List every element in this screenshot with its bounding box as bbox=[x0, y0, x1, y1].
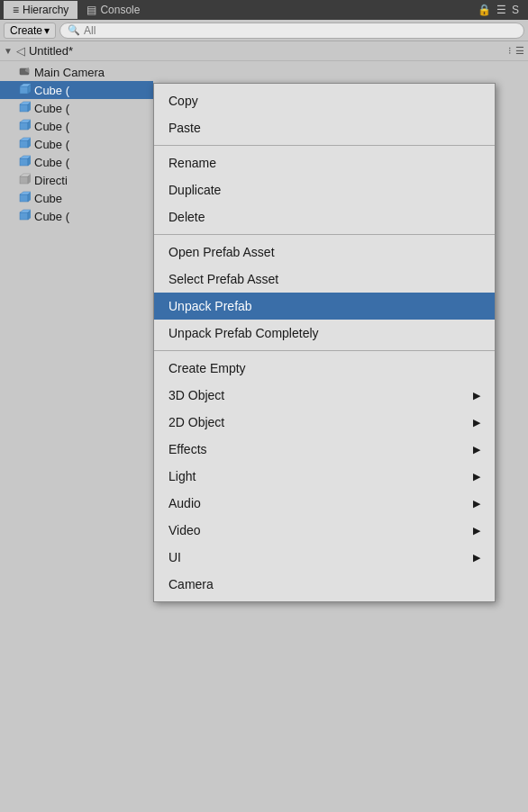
hierarchy-item-cube-6[interactable]: Cube bbox=[0, 189, 153, 207]
camera-icon bbox=[18, 65, 31, 80]
audio-label: Audio bbox=[168, 496, 201, 510]
hierarchy-item-main-camera[interactable]: Main Camera bbox=[0, 63, 153, 81]
create-empty-label: Create Empty bbox=[168, 361, 246, 375]
light-label: Light bbox=[168, 469, 196, 483]
cube-4-label: Cube ( bbox=[34, 138, 69, 151]
s-label: S bbox=[512, 4, 519, 16]
menu-item-light[interactable]: Light ▶ bbox=[154, 463, 495, 490]
tab-hierarchy[interactable]: ≡ Hierarchy bbox=[4, 1, 77, 19]
hierarchy-item-directional-light[interactable]: Directi bbox=[0, 171, 153, 189]
console-tab-icon: ▤ bbox=[86, 4, 96, 16]
svg-rect-20 bbox=[20, 194, 28, 202]
create-button[interactable]: Create ▾ bbox=[4, 23, 56, 39]
menu-item-select-prefab[interactable]: Select Prefab Asset bbox=[154, 266, 495, 293]
audio-submenu-arrow: ▶ bbox=[473, 498, 480, 510]
menu-item-unpack-prefab[interactable]: Unpack Prefab bbox=[154, 293, 495, 320]
video-label: Video bbox=[168, 523, 201, 537]
svg-rect-5 bbox=[20, 104, 28, 112]
camera-label: Camera bbox=[168, 577, 214, 591]
cube-blue-icon-5 bbox=[18, 155, 31, 170]
select-prefab-label: Select Prefab Asset bbox=[168, 272, 278, 286]
cube-blue-icon-1 bbox=[18, 83, 31, 98]
cube-6-label: Cube bbox=[34, 192, 62, 205]
ui-label: UI bbox=[168, 550, 181, 564]
menu-item-copy[interactable]: Copy bbox=[154, 87, 495, 114]
2d-object-label: 2D Object bbox=[168, 415, 224, 429]
menu-item-3d-object[interactable]: 3D Object ▶ bbox=[154, 382, 495, 409]
cube-2-label: Cube ( bbox=[34, 102, 69, 115]
tab-bar: ≡ Hierarchy ▤ Console 🔒 ☰ S bbox=[0, 0, 528, 20]
menu-item-unpack-completely[interactable]: Unpack Prefab Completely bbox=[154, 320, 495, 347]
menu-item-open-prefab[interactable]: Open Prefab Asset bbox=[154, 239, 495, 266]
hierarchy-item-cube-7[interactable]: Cube ( bbox=[0, 207, 153, 225]
cube-blue-icon-7 bbox=[18, 209, 31, 224]
tab-console[interactable]: ▤ Console bbox=[77, 1, 149, 19]
light-submenu-arrow: ▶ bbox=[473, 471, 480, 483]
paste-label: Paste bbox=[168, 121, 201, 135]
video-submenu-arrow: ▶ bbox=[473, 525, 480, 537]
effects-label: Effects bbox=[168, 442, 207, 456]
menu-item-2d-object[interactable]: 2D Object ▶ bbox=[154, 409, 495, 436]
duplicate-label: Duplicate bbox=[168, 183, 221, 197]
copy-label: Copy bbox=[168, 94, 198, 108]
cube-blue-icon-6 bbox=[18, 191, 31, 206]
2d-object-submenu-arrow: ▶ bbox=[473, 417, 480, 429]
menu-item-effects[interactable]: Effects ▶ bbox=[154, 436, 495, 463]
ui-submenu-arrow: ▶ bbox=[473, 552, 480, 564]
menu-item-create-empty[interactable]: Create Empty bbox=[154, 355, 495, 382]
menu-icon: ☰ bbox=[496, 4, 506, 16]
menu-item-duplicate[interactable]: Duplicate bbox=[154, 176, 495, 203]
search-input[interactable] bbox=[84, 24, 516, 37]
menu-item-video[interactable]: Video ▶ bbox=[154, 517, 495, 544]
effects-submenu-arrow: ▶ bbox=[473, 444, 480, 456]
svg-rect-17 bbox=[20, 176, 28, 184]
svg-rect-8 bbox=[20, 122, 28, 130]
hierarchy-item-cube-3[interactable]: Cube ( bbox=[0, 117, 153, 135]
scene-row: ▼ ◁ Untitled* ⁝ ☰ bbox=[0, 41, 528, 61]
search-icon: 🔍 bbox=[68, 24, 80, 36]
menu-item-camera[interactable]: Camera bbox=[154, 571, 495, 598]
tab-bar-right: 🔒 ☰ S bbox=[478, 4, 524, 16]
menu-item-paste[interactable]: Paste bbox=[154, 114, 495, 141]
hierarchy-item-cube-1[interactable]: Cube ( bbox=[0, 81, 153, 99]
cube-blue-icon-3 bbox=[18, 119, 31, 134]
light-icon bbox=[18, 173, 31, 188]
hierarchy-tab-label: Hierarchy bbox=[23, 4, 68, 16]
toolbar: Create ▾ 🔍 bbox=[0, 20, 528, 41]
svg-rect-2 bbox=[20, 86, 28, 94]
cube-1-label: Cube ( bbox=[34, 84, 69, 97]
rename-label: Rename bbox=[168, 156, 216, 170]
menu-item-audio[interactable]: Audio ▶ bbox=[154, 490, 495, 517]
main-camera-label: Main Camera bbox=[34, 66, 105, 79]
hierarchy-tab-icon: ≡ bbox=[13, 4, 19, 16]
scene-menu-icon[interactable]: ⁝ ☰ bbox=[508, 45, 524, 57]
3d-object-submenu-arrow: ▶ bbox=[473, 390, 480, 401]
main-layout: Main Camera Cube ( Cube ( bbox=[0, 61, 528, 225]
search-box: 🔍 bbox=[59, 23, 524, 39]
open-prefab-label: Open Prefab Asset bbox=[168, 245, 275, 259]
hierarchy-item-cube-2[interactable]: Cube ( bbox=[0, 99, 153, 117]
3d-object-label: 3D Object bbox=[168, 388, 224, 402]
svg-rect-23 bbox=[20, 212, 28, 220]
context-menu: Copy Paste Rename Duplicate Delete Open … bbox=[153, 83, 496, 602]
cube-5-label: Cube ( bbox=[34, 156, 69, 169]
menu-item-ui[interactable]: UI ▶ bbox=[154, 544, 495, 571]
svg-rect-14 bbox=[20, 158, 28, 166]
separator-1 bbox=[154, 145, 495, 146]
hierarchy-item-cube-5[interactable]: Cube ( bbox=[0, 153, 153, 171]
cube-blue-icon-2 bbox=[18, 101, 31, 116]
menu-item-delete[interactable]: Delete bbox=[154, 203, 495, 230]
separator-2 bbox=[154, 234, 495, 235]
create-dropdown-icon: ▾ bbox=[44, 24, 50, 37]
delete-label: Delete bbox=[168, 210, 205, 224]
unpack-completely-label: Unpack Prefab Completely bbox=[168, 326, 319, 340]
console-tab-label: Console bbox=[100, 4, 140, 16]
cube-blue-icon-4 bbox=[18, 137, 31, 152]
hierarchy-list: Main Camera Cube ( Cube ( bbox=[0, 61, 153, 225]
svg-rect-11 bbox=[20, 140, 28, 148]
hierarchy-item-cube-4[interactable]: Cube ( bbox=[0, 135, 153, 153]
menu-item-rename[interactable]: Rename bbox=[154, 149, 495, 176]
unpack-prefab-label: Unpack Prefab bbox=[168, 299, 252, 313]
cube-7-label: Cube ( bbox=[34, 210, 69, 223]
cube-3-label: Cube ( bbox=[34, 120, 69, 133]
